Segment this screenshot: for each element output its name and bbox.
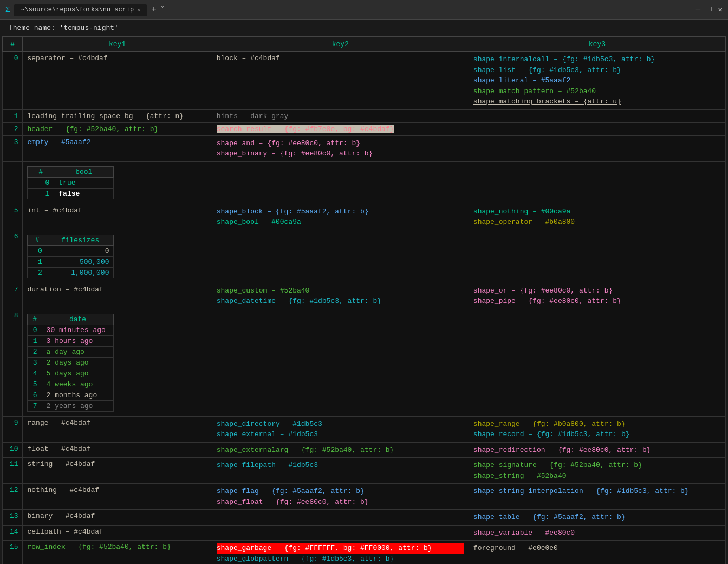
date-row-6: 6 2 months ago <box>28 390 114 400</box>
row-14-col3: shape_variable – #ee80c0 <box>469 525 725 541</box>
table-row: 13 binary – #c4bdaf shape_table – {fg: #… <box>3 510 726 526</box>
row-3-col2: shape_and – {fg: #ee80c0, attr: b} shape… <box>212 135 469 161</box>
date-row-num-1: 1 <box>28 335 42 346</box>
fs-row-num-1: 1 <box>28 256 47 267</box>
col-key1-header: key1 <box>23 37 212 52</box>
tab-label: ~\source\repos\forks\nu_scrip <box>21 6 134 14</box>
row-8-col3 <box>469 309 725 416</box>
table-row: 11 string – #c4bdaf shape_filepath – #1d… <box>3 458 726 484</box>
date-row-num-6: 6 <box>28 390 42 400</box>
row-11-col1: string – #c4bdaf <box>23 458 212 484</box>
date-val-4: 5 days ago <box>42 368 114 379</box>
row-0-col3: shape_internalcall – {fg: #1db5c3, attr:… <box>469 52 725 110</box>
fs-val-1: 500,000 <box>47 256 114 267</box>
row-7-col3: shape_or – {fg: #ee80c0, attr: b} shape_… <box>469 283 725 309</box>
row-num-3b <box>3 161 23 204</box>
row-5-col1: int – #c4bdaf <box>23 204 212 230</box>
fs-row-1: 1 500,000 <box>28 256 114 267</box>
row-9-col1: range – #c4bdaf <box>23 416 212 442</box>
date-val-2: a day ago <box>42 346 114 357</box>
date-val-1: 3 hours ago <box>42 335 114 346</box>
table-row: 5 int – #c4bdaf shape_block – {fg: #5aaa… <box>3 204 726 230</box>
row-15-col3: foreground – #e0e0e0 <box>469 541 725 565</box>
row-num-7: 7 <box>3 283 23 309</box>
row-0-col2: block – #c4bdaf <box>212 52 469 110</box>
table-row: 1 leading_trailing_space_bg – {attr: n} … <box>3 109 726 122</box>
bool-hash-header: # <box>28 166 54 177</box>
row-10-col1: float – #c4bdaf <box>23 442 212 458</box>
row-15-col1: row_index – {fg: #52ba40, attr: b} <box>23 541 212 565</box>
date-row-num-3: 3 <box>28 357 42 368</box>
row-1-col3 <box>469 109 725 122</box>
row-num-11: 11 <box>3 458 23 484</box>
fs-row-2: 2 1,000,000 <box>28 267 114 278</box>
row-num-14: 14 <box>3 525 23 541</box>
row-10-col3: shape_redirection – {fg: #ee80c0, attr: … <box>469 442 725 458</box>
date-row-0: 0 30 minutes ago <box>28 325 114 335</box>
date-row-num-7: 7 <box>28 400 42 411</box>
table-row: 14 cellpath – #c4bdaf shape_variable – #… <box>3 525 726 541</box>
table-row: 12 nothing – #c4bdaf shape_flag – {fg: #… <box>3 484 726 510</box>
row-0-col1: separator – #c4bdaf <box>23 52 212 110</box>
row-8-col2 <box>212 309 469 416</box>
row-7-col1: duration – #c4bdaf <box>23 283 212 309</box>
minimize-button[interactable]: ─ <box>696 5 700 14</box>
active-tab[interactable]: ~\source\repos\forks\nu_scrip ✕ <box>14 4 147 16</box>
row-2-col3 <box>469 122 725 135</box>
fs-row-num-2: 2 <box>28 267 47 278</box>
date-row-num-0: 0 <box>28 325 42 335</box>
row-12-col1: nothing – #c4bdaf <box>23 484 212 510</box>
row-num-2: 2 <box>3 122 23 135</box>
row-num-12: 12 <box>3 484 23 510</box>
row-13-col2 <box>212 510 469 526</box>
titlebar: Σ ~\source\repos\forks\nu_scrip ✕ + ˅ ─ … <box>0 0 728 20</box>
row-3b-col3 <box>469 161 725 204</box>
date-val-3: 2 days ago <box>42 357 114 368</box>
row-11-col2: shape_filepath – #1db5c3 <box>212 458 469 484</box>
filesizes-inner-table: # filesizes 0 0 1 500,000 <box>27 235 114 278</box>
row-9-col2: shape_directory – #1db5c3 shape_external… <box>212 416 469 442</box>
table-row: 15 row_index – {fg: #52ba40, attr: b} sh… <box>3 541 726 565</box>
row-1-col1: leading_trailing_space_bg – {attr: n} <box>23 109 212 122</box>
date-row-4: 4 5 days ago <box>28 368 114 379</box>
window-controls: ─ □ ✕ <box>696 5 723 14</box>
date-row-5: 5 4 weeks ago <box>28 379 114 390</box>
row-num-3: 3 <box>3 135 23 161</box>
new-tab-button[interactable]: + <box>151 5 157 15</box>
col-key3-header: key3 <box>469 37 725 52</box>
row-10-col2: shape_externalarg – {fg: #52ba40, attr: … <box>212 442 469 458</box>
garbage-highlight: shape_garbage – {fg: #FFFFFF, bg: #FF000… <box>217 543 464 554</box>
fs-hash-header: # <box>28 235 47 245</box>
row-num-9: 9 <box>3 416 23 442</box>
date-row-num-5: 5 <box>28 379 42 390</box>
table-row-bool: # bool 0 true 1 false <box>3 161 726 204</box>
date-hash-header: # <box>28 314 42 325</box>
tab-close-button[interactable]: ✕ <box>137 7 140 13</box>
row-13-col1: binary – #c4bdaf <box>23 510 212 526</box>
row-1-col2: hints – dark_gray <box>212 109 469 122</box>
bool-val-0: true <box>54 177 114 188</box>
row-2-col2: search_result – {fg: #fb7e8e, bg: #c4bda… <box>212 122 469 135</box>
row-11-col3: shape_signature – {fg: #52ba40, attr: b}… <box>469 458 725 484</box>
tab-dropdown-button[interactable]: ˅ <box>161 5 164 14</box>
date-row-3: 3 2 days ago <box>28 357 114 368</box>
table-row-filesizes: 6 # filesizes 0 0 <box>3 230 726 283</box>
date-val-7: 2 years ago <box>42 400 114 411</box>
bool-row-num-0: 0 <box>28 177 54 188</box>
main-data-table: # key1 key2 key3 0 separator – #c4bdaf b… <box>2 36 726 564</box>
row-num-1: 1 <box>3 109 23 122</box>
fs-val-2: 1,000,000 <box>47 267 114 278</box>
bool-val-1: false <box>54 188 114 199</box>
date-val-0: 30 minutes ago <box>42 325 114 335</box>
close-button[interactable]: ✕ <box>718 5 723 14</box>
fs-val-0: 0 <box>47 245 114 256</box>
row-num-13: 13 <box>3 510 23 526</box>
row-3-col3 <box>469 135 725 161</box>
date-inner-table: # date 0 30 minutes ago 1 3 hours ago <box>27 314 114 412</box>
date-row-num-4: 4 <box>28 368 42 379</box>
fs-row-0: 0 0 <box>28 245 114 256</box>
bool-inner-table: # bool 0 true 1 false <box>27 166 114 199</box>
date-val-6: 2 months ago <box>42 390 114 400</box>
maximize-button[interactable]: □ <box>707 5 711 14</box>
row-6-col3 <box>469 230 725 283</box>
